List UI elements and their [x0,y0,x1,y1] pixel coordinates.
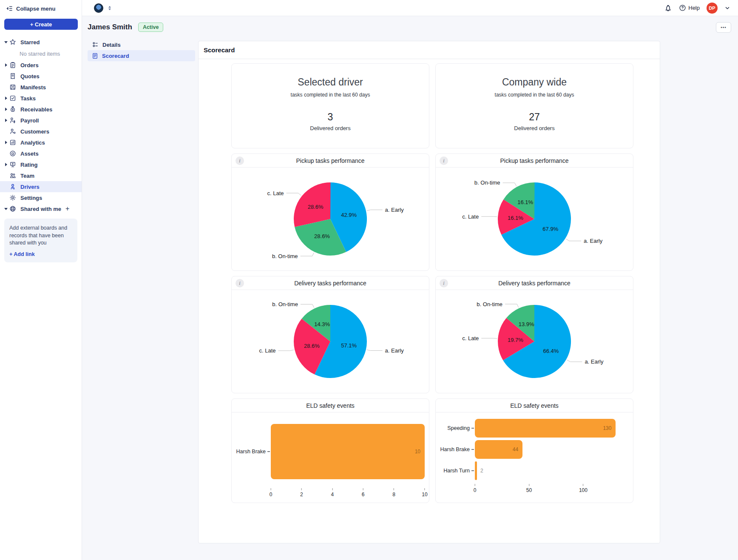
company-logo[interactable] [94,3,103,13]
sidebar-item-starred[interactable]: Starred [0,37,82,48]
bar-value-label: 130 [603,425,611,431]
info-icon[interactable] [236,156,244,165]
selected-eld-bar-chart: Harsh Brake100246810 [232,412,429,503]
selected-delivery-pie-chart: 57.1%a. Early28.6%c. Late14.3%b. On-time [232,290,429,393]
selected-delivery-section: Delivery tasks performance 57.1%a. Early… [231,276,429,393]
shared-note: Add external boards and records that hav… [9,225,72,247]
sidebar-nav: StarredNo starred itemsOrdersQuotesManif… [0,37,82,214]
tasks-icon [9,95,17,102]
sidebar-item-manifests[interactable]: Manifests [0,82,82,93]
bar: 130 [475,419,616,438]
info-icon[interactable] [440,279,448,287]
drivers-icon [9,183,17,190]
sidebar-item-label: Rating [20,162,37,168]
assets-icon [9,150,17,157]
svg-text:67.9%: 67.9% [542,226,558,232]
orders-icon [9,62,17,69]
create-button[interactable]: + Create [4,19,78,30]
x-axis-tick: 10 [422,488,427,497]
sidebar-item-label: Payroll [20,117,39,124]
svg-text:c. Late: c. Late [462,335,479,341]
sidebar-item-analytics[interactable]: Analytics [0,137,82,148]
company-pickup-pie-chart: 67.9%a. Early16.1%c. Late16.1%b. On-time [436,168,633,270]
sidebar-item-customers[interactable]: Customers [0,126,82,137]
caret-right-icon[interactable] [3,119,9,122]
sidebar-item-rating[interactable]: Rating [0,159,82,170]
caret-down-icon[interactable] [3,41,9,43]
caret-right-icon[interactable] [3,97,9,100]
sidebar-item-label: Assets [20,151,39,157]
sidebar-item-label: Orders [20,62,39,68]
company-pickup-section: Pickup tasks performance 67.9%a. Early16… [435,154,633,271]
shared-info-box: Add external boards and records that hav… [4,219,77,262]
customers-icon [9,128,17,135]
bar-value-label: 44 [513,446,518,452]
x-axis-tick: 6 [362,488,365,497]
tab-label: Scorecard [102,53,129,59]
section-title: Pickup tasks performance [500,157,568,164]
sidebar-item-payroll[interactable]: Payroll [0,115,82,126]
company-eld-section: ELD safety events Speeding130Harsh Brake… [435,398,633,503]
help-label: Help [688,5,700,11]
tab-scorecard[interactable]: Scorecard [88,50,195,61]
collapse-menu-label: Collapse menu [16,6,55,12]
svg-text:a. Early: a. Early [385,207,404,213]
sidebar-item-tasks[interactable]: Tasks [0,93,82,104]
sidebar-item-receivables[interactable]: Receivables [0,104,82,115]
sidebar-item-assets[interactable]: Assets [0,148,82,159]
delivered-count-label: Delivered orders [232,125,429,131]
sidebar-item-quotes[interactable]: Quotes [0,71,82,82]
svg-text:42.9%: 42.9% [341,212,357,218]
topbar-right: Help DP [664,3,730,14]
scorecard-icon [92,53,98,59]
info-icon[interactable] [236,279,244,287]
payroll-icon [9,117,17,124]
sidebar-item-label: Analytics [20,139,45,146]
bar-row: Harsh Turn2 [438,460,629,481]
x-axis-tick: 8 [392,488,395,497]
bar-row: Harsh Brake44 [438,439,629,460]
caret-right-icon[interactable] [3,141,9,144]
sidebar-item-drivers[interactable]: Drivers [0,181,82,192]
main-area: James Smith Active Details Scorecard Sco… [82,16,738,560]
section-title: ELD safety events [510,402,559,409]
info-icon[interactable] [440,156,448,165]
bar-category-label: Speeding [438,425,475,431]
sidebar-item-settings[interactable]: Settings [0,192,82,203]
caret-right-icon[interactable] [3,63,9,67]
svg-text:c. Late: c. Late [259,347,275,354]
bar-value-label: 2 [480,468,483,474]
sidebar-item-orders[interactable]: Orders [0,60,82,71]
caret-right-icon[interactable] [3,108,9,111]
svg-text:13.9%: 13.9% [519,321,534,327]
star-icon [9,39,17,46]
add-shared-icon[interactable]: + [65,205,69,212]
bar: 2 [475,461,477,480]
x-axis: 050100 [475,484,629,496]
tab-details[interactable]: Details [88,39,195,50]
bar-row: Harsh Brake10 [234,418,425,486]
notifications-bell-icon[interactable] [664,4,672,12]
collapse-menu-button[interactable]: Collapse menu [0,0,82,17]
add-link-button[interactable]: + Add link [9,251,35,257]
chevron-down-icon[interactable] [724,5,730,11]
svg-text:57.1%: 57.1% [341,342,357,349]
help-button[interactable]: Help [679,4,700,11]
caret-right-icon[interactable] [3,163,9,166]
svg-text:c. Late: c. Late [267,190,284,196]
more-options-button[interactable] [716,22,731,33]
bar-category-label: Harsh Brake [438,446,475,452]
caret-down-icon[interactable] [3,208,9,210]
panel-subtitle: tasks completed in the last 60 days [232,92,429,98]
sidebar-item-shared-with-me[interactable]: Shared with me+ [0,203,82,214]
x-axis-tick: 0 [270,488,272,497]
svg-text:28.6%: 28.6% [314,233,330,239]
sidebar-item-team[interactable]: Team [0,170,82,181]
delivered-count-label: Delivered orders [436,125,633,131]
section-header: Pickup tasks performance [232,154,429,168]
workspace-switcher-icon[interactable] [108,6,111,10]
user-avatar[interactable]: DP [707,3,718,14]
svg-text:66.4%: 66.4% [543,348,559,354]
company-wide-column: Company wide tasks completed in the last… [435,63,633,508]
svg-text:a. Early: a. Early [585,358,604,365]
